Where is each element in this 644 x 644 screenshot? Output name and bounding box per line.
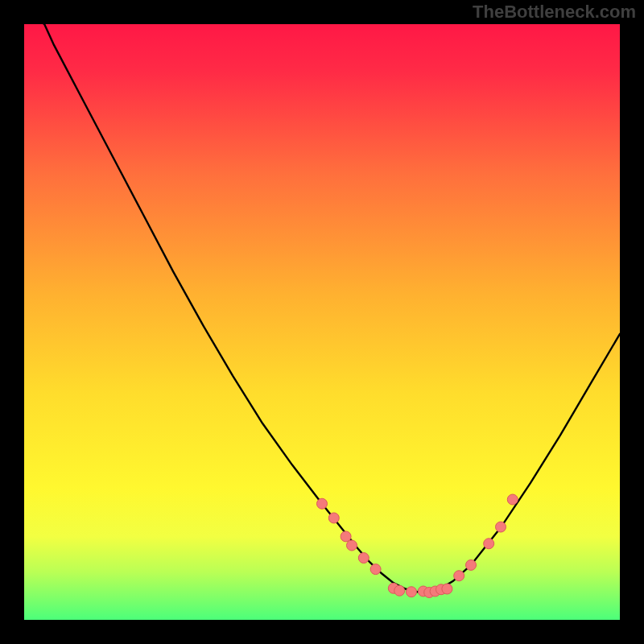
curve-marker — [496, 522, 506, 532]
curve-marker — [454, 571, 464, 581]
curve-marker — [358, 553, 369, 564]
curve-marker — [484, 539, 494, 549]
curve-marker — [394, 585, 405, 596]
watermark-label: TheBottleneck.com — [473, 3, 636, 21]
curve-marker — [407, 587, 417, 597]
curve-marker — [317, 498, 328, 509]
curve-marker — [370, 564, 381, 575]
curve-marker — [442, 584, 452, 594]
curve-marker — [347, 540, 357, 551]
curve-marker — [341, 531, 351, 542]
gradient-background — [24, 24, 620, 620]
curve-marker — [328, 513, 339, 523]
chart-stage: TheBottleneck.com — [0, 0, 644, 644]
bottleneck-chart — [24, 24, 620, 620]
curve-marker — [466, 559, 477, 570]
curve-marker — [507, 494, 518, 505]
